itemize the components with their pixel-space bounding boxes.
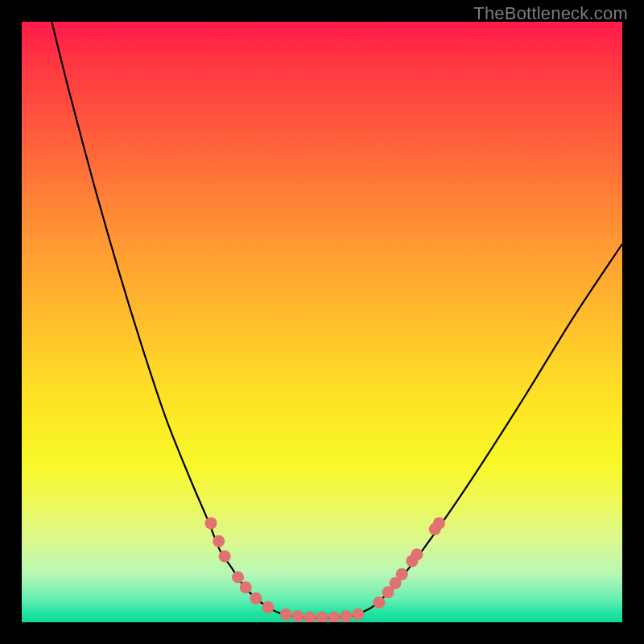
curve-group: [52, 22, 622, 618]
marker-dot: [280, 609, 292, 621]
outer-frame: TheBottleneck.com: [0, 0, 644, 644]
marker-dot: [304, 612, 316, 622]
marker-dot: [292, 610, 304, 622]
marker-dot: [373, 597, 385, 609]
marker-dot: [328, 612, 340, 622]
watermark-text: TheBottleneck.com: [473, 3, 628, 24]
marker-dot: [213, 535, 225, 547]
marker-dot: [411, 548, 423, 560]
marker-dot: [396, 568, 408, 580]
marker-dot: [352, 609, 364, 621]
chart-overlay: [22, 22, 622, 622]
marker-dot: [316, 612, 328, 622]
marker-dot: [240, 581, 252, 593]
marker-dot: [433, 517, 445, 529]
right-curve-path: [352, 244, 622, 617]
marker-dot: [340, 610, 352, 622]
marker-dot: [204, 517, 217, 529]
marker-dot: [262, 601, 274, 613]
left-curve-path: [52, 22, 291, 617]
marker-dot: [232, 572, 244, 584]
marker-dot: [219, 550, 231, 562]
marker-dot: [250, 592, 262, 605]
marker-group: [204, 517, 444, 622]
